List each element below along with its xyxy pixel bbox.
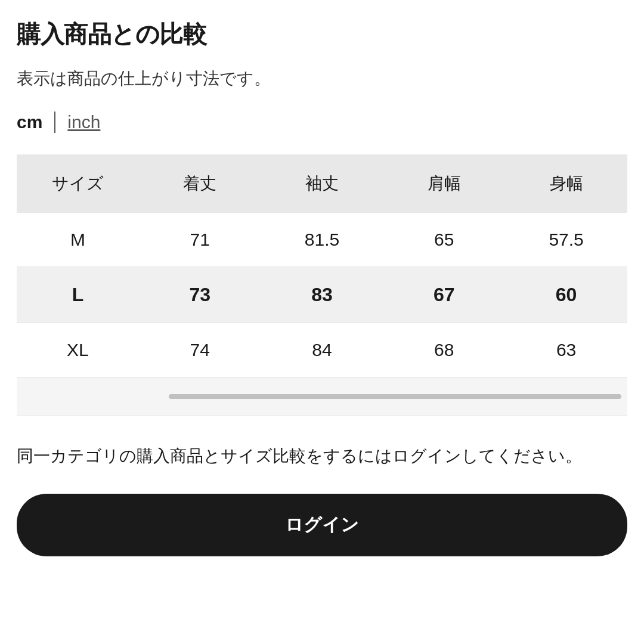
cell-xl-length: 74 [139, 323, 261, 377]
cell-l-sleeve: 83 [261, 267, 383, 323]
cell-m-shoulder: 65 [383, 213, 505, 267]
cell-l-length: 73 [139, 267, 261, 323]
col-header-shoulder: 肩幅 [383, 154, 505, 213]
size-label-m: M [17, 213, 139, 267]
cell-l-shoulder: 67 [383, 267, 505, 323]
scrollbar-row [17, 377, 627, 416]
col-header-size: サイズ [17, 154, 139, 213]
col-header-width: 身幅 [505, 154, 627, 213]
scrollbar-cell [139, 377, 627, 416]
cell-m-length: 71 [139, 213, 261, 267]
login-button[interactable]: ログイン [17, 494, 627, 556]
table-row: M 71 81.5 65 57.5 [17, 213, 627, 267]
unit-cm-label[interactable]: cm [17, 112, 54, 132]
cell-xl-width: 63 [505, 323, 627, 377]
cell-m-width: 57.5 [505, 213, 627, 267]
table-row: XL 74 84 68 63 [17, 323, 627, 377]
cell-l-width: 60 [505, 267, 627, 323]
unit-divider [54, 112, 55, 133]
login-notice: 同一カテゴリの購入商品とサイズ比較をするにはログインしてください。 [17, 442, 627, 470]
page-title: 購入商品との比較 [17, 18, 627, 51]
cell-xl-shoulder: 68 [383, 323, 505, 377]
size-label-l: L [17, 267, 139, 323]
size-table: サイズ 着丈 袖丈 肩幅 身幅 M 71 81.5 65 57.5 L 73 [17, 154, 627, 416]
unit-inch-button[interactable]: inch [67, 112, 100, 132]
cell-xl-sleeve: 84 [261, 323, 383, 377]
unit-switcher: cm inch [17, 112, 627, 133]
table-header-row: サイズ 着丈 袖丈 肩幅 身幅 [17, 154, 627, 213]
size-label-xl: XL [17, 323, 139, 377]
cell-m-sleeve: 81.5 [261, 213, 383, 267]
col-header-length: 着丈 [139, 154, 261, 213]
col-header-sleeve: 袖丈 [261, 154, 383, 213]
subtitle: 表示は商品の仕上がり寸法です。 [17, 67, 627, 90]
scroll-indicator [169, 394, 621, 399]
size-table-container: サイズ 着丈 袖丈 肩幅 身幅 M 71 81.5 65 57.5 L 73 [17, 154, 627, 416]
page-wrapper: 購入商品との比較 表示は商品の仕上がり寸法です。 cm inch サイズ 着丈 … [0, 0, 644, 580]
table-row: L 73 83 67 60 [17, 267, 627, 323]
